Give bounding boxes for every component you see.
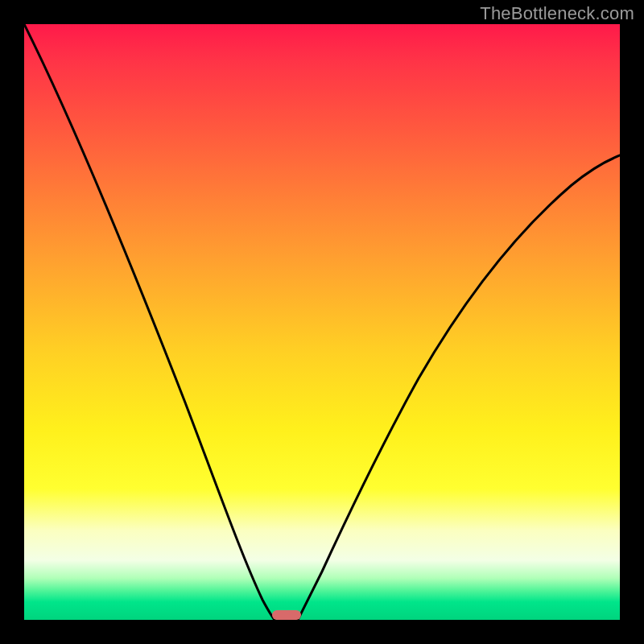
watermark-text: TheBottleneck.com xyxy=(480,3,634,24)
right-curve xyxy=(298,155,620,620)
bottleneck-marker xyxy=(272,610,301,620)
curve-layer xyxy=(24,24,620,620)
plot-area xyxy=(24,24,620,620)
left-curve xyxy=(24,24,275,620)
chart-frame: TheBottleneck.com xyxy=(0,0,644,644)
